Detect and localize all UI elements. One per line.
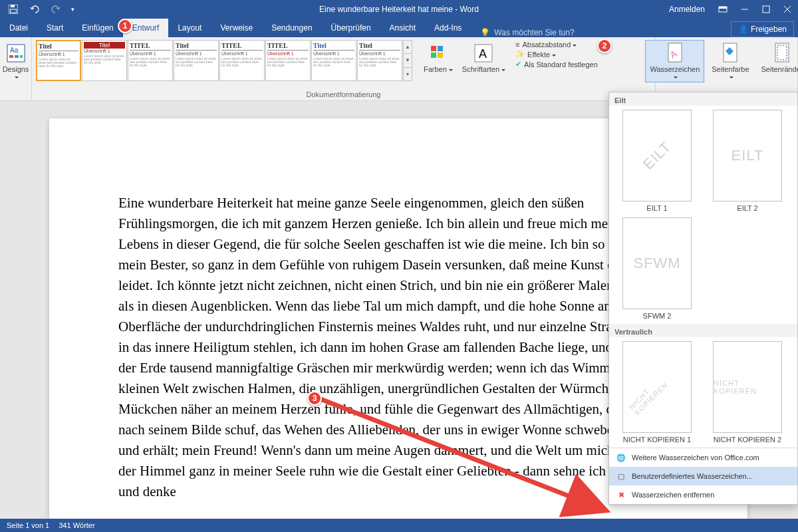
qat-customize[interactable]: ▾ (68, 1, 77, 17)
watermark-icon: A (664, 42, 686, 65)
farben-button[interactable]: Farben (419, 40, 458, 75)
save-button[interactable] (4, 1, 23, 17)
designs-icon: Aa (5, 42, 27, 65)
redo-button[interactable] (47, 1, 65, 17)
titlebar: ▾ Eine wunderbare Heiterkeit hat meine -… (0, 0, 798, 19)
remove-icon: ✖ (616, 489, 626, 500)
tab-start[interactable]: Start (37, 19, 72, 37)
theme-tile-4[interactable]: TITELÜberschrift 1Lorem ipsum dolor sit … (219, 40, 265, 81)
svg-text:Aa: Aa (10, 47, 19, 54)
colors-icon (427, 42, 450, 65)
tab-einfuegen[interactable]: Einfügen (72, 19, 122, 37)
wm-more-office[interactable]: 🌐 Weitere Wasserzeichen von Office.com (609, 448, 797, 467)
person-icon: 👤 (738, 25, 748, 34)
share-button[interactable]: 👤 Freigeben (731, 21, 794, 37)
callout-2: 2 (597, 39, 612, 53)
status-words[interactable]: 341 Wörter (59, 521, 94, 529)
theme-tile-1[interactable]: TitelÜberschrift 1Lorem ipsum dolor sit … (82, 40, 127, 81)
effects-icon: ✨ (515, 50, 525, 59)
borders-icon (771, 42, 793, 65)
theme-tile-5[interactable]: TITELÜberschrift 1Lorem ipsum dolor sit … (265, 40, 311, 81)
wm-vertraulich-1[interactable]: NICHT KOPIERENNICHT KOPIEREN 2 (705, 341, 790, 444)
gallery-down[interactable]: ▼ (404, 54, 412, 67)
tab-datei[interactable]: Datei (0, 19, 37, 37)
theme-tile-3[interactable]: TitelÜberschrift 1Lorem ipsum dolor sit … (174, 40, 219, 81)
seitenraender-button[interactable]: Seitenränder (757, 40, 798, 75)
wm-custom[interactable]: ▢ Benutzerdefiniertes Wasserzeichen... (609, 467, 797, 485)
wm-vertraulich-0[interactable]: NICHT KOPIERENNICHT KOPIEREN 1 (614, 341, 700, 444)
svg-text:A: A (479, 47, 487, 61)
wm-eilt-1[interactable]: EILTEILT 2 (705, 110, 790, 212)
watermark-dropdown: Eilt EILTEILT 1EILTEILT 2SFWMSFWM 2 Vert… (608, 92, 798, 505)
wm-remove[interactable]: ✖ Wasserzeichen entfernen (609, 485, 797, 504)
seitenfarbe-button[interactable]: Seitenfarbe (707, 40, 753, 82)
globe-icon: 🌐 (616, 452, 626, 463)
tab-ansicht[interactable]: Ansicht (380, 19, 425, 37)
display-options-button[interactable] (712, 0, 734, 19)
close-button[interactable] (777, 0, 798, 19)
theme-tile-7[interactable]: TitelÜberschrift 1Lorem ipsum dolor sit … (357, 40, 402, 81)
wm-section-vertraulich: Vertraulich (609, 324, 797, 337)
svg-rect-6 (763, 6, 769, 13)
pagecolor-icon (719, 42, 741, 65)
svg-rect-16 (431, 53, 436, 58)
svg-rect-15 (438, 46, 443, 51)
maximize-button[interactable] (755, 0, 777, 19)
quick-access-toolbar: ▾ (0, 1, 77, 17)
tell-me-search[interactable]: 💡 Was möchten Sie tun? (471, 28, 574, 37)
theme-tile-2[interactable]: TITELÜberschrift 1Lorem ipsum dolor sit … (128, 40, 173, 81)
tab-addins[interactable]: Add-Ins (425, 19, 471, 37)
theme-tile-6[interactable]: TitelÜberschrift 1Lorem ipsum dolor sit … (311, 40, 356, 81)
svg-rect-4 (719, 7, 727, 9)
gallery-expand[interactable]: ▾ (404, 68, 412, 80)
statusbar: Seite 1 von 1 341 Wörter (0, 519, 798, 532)
lightbulb-icon: 💡 (480, 28, 490, 37)
check-icon: ✔ (515, 60, 521, 68)
fonts-icon: A (472, 42, 495, 65)
callout-1: 1 (118, 19, 132, 33)
tab-layout[interactable]: Layout (168, 19, 211, 37)
effekte-button[interactable]: ✨Effekte (513, 49, 600, 59)
absatzabstand-button[interactable]: ≡Absatzabstand (513, 40, 600, 49)
svg-rect-12 (15, 55, 19, 58)
svg-rect-14 (431, 46, 436, 51)
svg-rect-2 (11, 9, 17, 13)
svg-rect-17 (438, 53, 443, 58)
tab-sendungen[interactable]: Sendungen (262, 19, 321, 37)
wm-section-eilt: Eilt (609, 92, 797, 106)
theme-tile-0[interactable]: TitelÜberschrift 1Lorem ipsum dolor sit … (36, 40, 81, 81)
svg-rect-11 (9, 55, 13, 58)
tab-ueberpruefen[interactable]: Überprüfen (322, 19, 380, 37)
undo-button[interactable] (25, 1, 44, 17)
tab-verweise[interactable]: Verweise (211, 19, 262, 37)
callout-3: 3 (307, 391, 322, 406)
wm-eilt-2[interactable]: SFWMSFWM 2 (614, 217, 700, 320)
svg-rect-1 (11, 5, 15, 7)
paragraph-spacing-icon: ≡ (515, 41, 519, 49)
schriftarten-button[interactable]: A Schriftarten (458, 40, 510, 75)
gallery-up[interactable]: ▲ (404, 41, 412, 54)
document-body-text[interactable]: Eine wunderbare Heiterkeit hat meine gan… (118, 193, 670, 502)
standard-button[interactable]: ✔Als Standard festlegen (513, 59, 600, 69)
wasserzeichen-button[interactable]: A Wasserzeichen (645, 40, 704, 82)
designs-button[interactable]: Aa Designs (0, 40, 33, 82)
wm-eilt-0[interactable]: EILTEILT 1 (614, 110, 700, 212)
status-page[interactable]: Seite 1 von 1 (7, 521, 49, 529)
signin-button[interactable]: Anmelden (662, 0, 712, 19)
theme-gallery[interactable]: TitelÜberschrift 1Lorem ipsum dolor sit … (36, 40, 403, 81)
svg-rect-13 (20, 55, 23, 58)
gallery-scroll[interactable]: ▲ ▼ ▾ (403, 40, 412, 81)
minimize-button[interactable] (734, 0, 755, 19)
page-icon: ▢ (616, 471, 626, 481)
